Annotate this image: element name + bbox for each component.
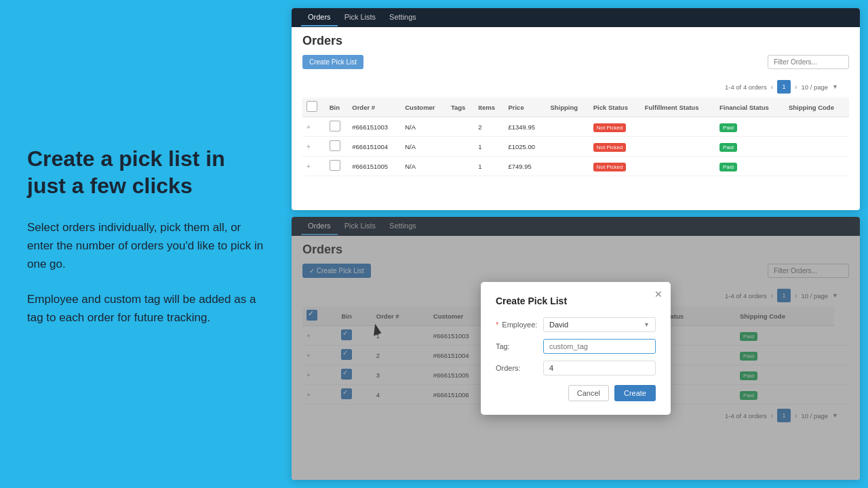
row-tags bbox=[447, 137, 474, 157]
row-shipping bbox=[546, 137, 589, 157]
th-customer: Customer bbox=[401, 98, 447, 117]
modal-orders-input[interactable] bbox=[543, 361, 656, 375]
top-filter-input[interactable] bbox=[768, 55, 849, 69]
employee-chevron-icon: ▼ bbox=[644, 321, 650, 328]
row-fulfillment bbox=[641, 137, 715, 157]
right-panel: Orders Pick Lists Settings Orders Create… bbox=[292, 0, 868, 488]
top-chevron-left[interactable]: ‹ bbox=[771, 83, 773, 91]
row-price: £1025.00 bbox=[504, 137, 546, 157]
top-nav-bar: Orders Pick Lists Settings bbox=[292, 8, 860, 27]
row-expand[interactable]: + bbox=[302, 137, 326, 157]
row-order: #666151004 bbox=[348, 137, 401, 157]
row-shipping-code bbox=[785, 157, 849, 176]
th-fulfillment: Fulfillment Status bbox=[641, 98, 715, 117]
top-orders-table: Bin Order # Customer Tags Items Price Sh… bbox=[302, 98, 849, 176]
row-pick-status: Not Picked bbox=[589, 117, 641, 137]
top-pagination-info: 1-4 of 4 orders bbox=[725, 83, 767, 91]
select-all-checkbox-top[interactable] bbox=[307, 101, 317, 112]
row-checkbox[interactable] bbox=[326, 137, 349, 157]
row-shipping-code bbox=[785, 137, 849, 157]
row-expand[interactable]: + bbox=[302, 117, 326, 137]
top-per-page: 10 / page bbox=[801, 83, 828, 91]
top-toolbar: Create Pick List bbox=[302, 55, 849, 69]
row-financial: Paid bbox=[715, 137, 785, 157]
row-financial: Paid bbox=[715, 117, 785, 137]
left-panel: Create a pick list in just a few clicks … bbox=[0, 0, 292, 488]
top-create-pick-btn[interactable]: Create Pick List bbox=[302, 55, 363, 69]
th-items: Items bbox=[474, 98, 504, 117]
row-customer: N/A bbox=[401, 117, 447, 137]
row-items: 2 bbox=[474, 117, 504, 137]
modal-close-btn[interactable]: ✕ bbox=[654, 289, 663, 300]
modal-create-btn[interactable]: Create bbox=[614, 385, 656, 401]
nav-tab-picklists-top[interactable]: Pick Lists bbox=[338, 9, 382, 26]
top-per-page-chevron: ▼ bbox=[832, 83, 838, 90]
row-fulfillment bbox=[641, 157, 715, 176]
modal-tag-label: Tag: bbox=[496, 342, 543, 350]
row-shipping bbox=[546, 157, 589, 176]
row-tags bbox=[447, 157, 474, 176]
modal-footer: Cancel Create bbox=[496, 385, 656, 401]
row-checkbox-0[interactable] bbox=[330, 121, 340, 131]
th-checkbox bbox=[302, 98, 326, 117]
top-page-btn-1[interactable]: 1 bbox=[777, 80, 791, 94]
modal-orders-label: Orders: bbox=[496, 364, 543, 372]
modal-cancel-btn[interactable]: Cancel bbox=[568, 385, 609, 401]
modal-tag-field: Tag: bbox=[496, 339, 656, 354]
row-checkbox-2[interactable] bbox=[330, 160, 340, 171]
nav-tab-orders-top[interactable]: Orders bbox=[301, 9, 338, 26]
description-para2: Employee and custom tag will be added as… bbox=[27, 290, 264, 327]
modal-orders-field: Orders: bbox=[496, 361, 656, 375]
modal-employee-value[interactable]: David ▼ bbox=[543, 317, 656, 332]
row-financial: Paid bbox=[715, 157, 785, 176]
th-tags: Tags bbox=[447, 98, 474, 117]
th-price: Price bbox=[504, 98, 546, 117]
th-shipping-code: Shipping Code bbox=[785, 98, 849, 117]
top-create-pick-label: Create Pick List bbox=[309, 58, 357, 66]
app-screenshot-bottom: Orders Pick Lists Settings Orders ✓ Crea… bbox=[292, 217, 860, 480]
row-shipping-code bbox=[785, 117, 849, 137]
modal-overlay: Create Pick List ✕ * Employee: David ▼ T… bbox=[292, 217, 860, 480]
th-financial: Financial Status bbox=[715, 98, 785, 117]
row-order: #666151005 bbox=[348, 157, 401, 176]
th-shipping: Shipping bbox=[546, 98, 589, 117]
th-bin: Bin bbox=[326, 98, 349, 117]
row-fulfillment bbox=[641, 117, 715, 137]
row-pick-status: Not Picked bbox=[589, 157, 641, 176]
row-items: 1 bbox=[474, 157, 504, 176]
modal-title: Create Pick List bbox=[496, 296, 656, 306]
row-expand[interactable]: + bbox=[302, 157, 326, 176]
top-table-header-row: Bin Order # Customer Tags Items Price Sh… bbox=[302, 98, 849, 117]
row-shipping bbox=[546, 117, 589, 137]
row-order: #666151003 bbox=[348, 117, 401, 137]
top-table-row: + #666151003 N/A 2 £1349.95 Not Picked P… bbox=[302, 117, 849, 137]
main-heading: Create a pick list in just a few clicks bbox=[27, 145, 264, 199]
row-checkbox-1[interactable] bbox=[330, 140, 340, 151]
row-price: £1349.95 bbox=[504, 117, 546, 137]
modal-tag-input[interactable] bbox=[543, 339, 656, 354]
app-screenshot-top: Orders Pick Lists Settings Orders Create… bbox=[292, 8, 860, 210]
modal-employee-label: * Employee: bbox=[496, 321, 543, 329]
top-page-title: Orders bbox=[302, 34, 849, 48]
top-chevron-right[interactable]: › bbox=[795, 83, 797, 91]
required-star: * bbox=[496, 321, 498, 329]
row-customer: N/A bbox=[401, 157, 447, 176]
top-app-content: Orders Create Pick List 1-4 of 4 orders … bbox=[292, 27, 860, 183]
top-table-row: + #666151005 N/A 1 £749.95 Not Picked Pa… bbox=[302, 157, 849, 176]
create-pick-list-modal: Create Pick List ✕ * Employee: David ▼ T… bbox=[481, 282, 671, 415]
th-order: Order # bbox=[348, 98, 401, 117]
modal-employee-field: * Employee: David ▼ bbox=[496, 317, 656, 332]
th-pick-status: Pick Status bbox=[589, 98, 641, 117]
row-customer: N/A bbox=[401, 137, 447, 157]
row-checkbox[interactable] bbox=[326, 117, 349, 137]
description-para1: Select orders individually, pick them al… bbox=[27, 218, 264, 274]
row-price: £749.95 bbox=[504, 157, 546, 176]
top-table-row: + #666151004 N/A 1 £1025.00 Not Picked P… bbox=[302, 137, 849, 157]
row-items: 1 bbox=[474, 137, 504, 157]
row-tags bbox=[447, 117, 474, 137]
row-checkbox[interactable] bbox=[326, 157, 349, 176]
row-pick-status: Not Picked bbox=[589, 137, 641, 157]
top-pagination-top: 1-4 of 4 orders ‹ 1 › 10 / page ▼ bbox=[302, 76, 849, 98]
nav-tab-settings-top[interactable]: Settings bbox=[382, 9, 423, 26]
